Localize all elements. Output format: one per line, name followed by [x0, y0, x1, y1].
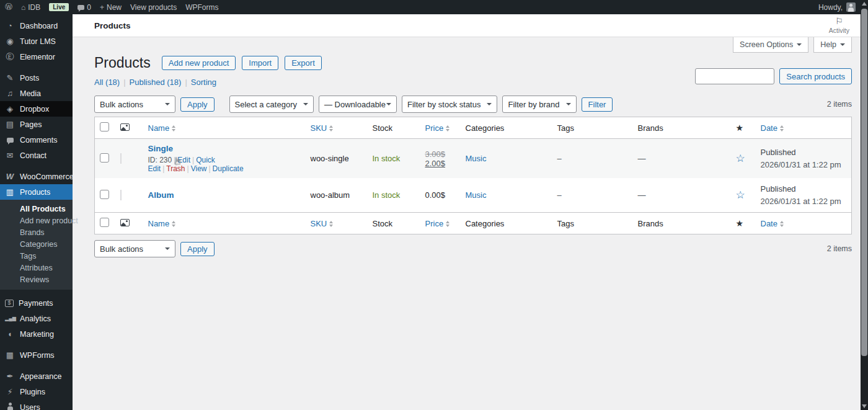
featured-star-toggle[interactable]: ☆ [736, 189, 745, 201]
trash-link[interactable]: Trash [166, 164, 185, 173]
window-scrollbar[interactable] [861, 0, 868, 410]
woocommerce-icon: W [5, 172, 15, 181]
submenu-brands[interactable]: Brands [0, 226, 73, 238]
sidebar-item-analytics[interactable]: ▂▄▆Analytics [0, 311, 73, 326]
add-new-product-button[interactable]: Add new product [162, 56, 236, 70]
sidebar-item-products[interactable]: ▥Products [0, 184, 73, 200]
sku-cell: woo-single [306, 139, 368, 179]
elementor-icon: Ⓔ [5, 51, 15, 63]
column-footer-date[interactable]: Date [756, 213, 852, 234]
sidebar-item-users[interactable]: Users [0, 399, 73, 410]
activity-button[interactable]: ⚐ Activity [829, 16, 849, 34]
bulk-actions-select-bottom[interactable]: Bulk actions [94, 240, 175, 257]
bar-chart-icon: ▂▄▆ [5, 316, 15, 321]
brand-select[interactable]: Filter by brand [502, 96, 576, 113]
sidebar-item-dashboard[interactable]: ◔Dashboard [0, 18, 73, 33]
chevron-down-icon [840, 43, 845, 48]
select-all-checkbox[interactable] [100, 122, 109, 131]
column-footer-price[interactable]: Price [420, 213, 461, 234]
product-name-link[interactable]: Album [148, 190, 174, 200]
date-cell: Published2026/01/31 at 1:22 pm [756, 178, 852, 213]
view-all-link[interactable]: All (18) [94, 78, 130, 87]
submenu-add-new-product[interactable]: Add new product [0, 215, 73, 226]
product-name-link[interactable]: Single [148, 144, 174, 153]
apply-button[interactable]: Apply [180, 97, 215, 112]
sidebar-item-contact[interactable]: ✉Contact [0, 148, 73, 163]
product-thumbnail[interactable] [120, 153, 122, 164]
sidebar-item-media[interactable]: ♫Media [0, 86, 73, 101]
submenu-all-products[interactable]: All Products [0, 203, 73, 215]
submenu-reviews[interactable]: Reviews [0, 274, 73, 285]
comments-shortcut[interactable]: 0 [78, 3, 91, 12]
view-published-link[interactable]: Published (18) [130, 78, 191, 87]
scrollbar-thumb[interactable] [861, 9, 867, 356]
sidebar-item-tutor-lms[interactable]: ◉Tutor LMS [0, 33, 73, 49]
apply-button-bottom[interactable]: Apply [180, 242, 215, 256]
home-icon: ⌂ [21, 3, 25, 12]
howdy-menu[interactable]: Howdy, [818, 3, 843, 12]
search-input[interactable] [695, 68, 774, 84]
column-footer-sku[interactable]: SKU [306, 213, 368, 234]
sidebar-item-appearance[interactable]: ✒Appearance [0, 368, 73, 384]
sidebar-item-plugins[interactable]: ⚡Plugins [0, 384, 73, 399]
sort-arrows-icon [172, 125, 175, 131]
column-footer-name[interactable]: Name [143, 213, 306, 234]
pushpin-icon: ✎ [5, 73, 15, 82]
bulk-actions-select[interactable]: Bulk actions [94, 96, 175, 113]
downloadable-select[interactable]: — Downloadable [319, 96, 397, 113]
submenu-categories[interactable]: Categories [0, 238, 73, 250]
screen-options-button[interactable]: Screen Options [733, 37, 808, 53]
wordpress-logo-icon[interactable]: Ⓦ [5, 2, 12, 12]
column-header-stock: Stock [368, 117, 420, 139]
featured-star-toggle[interactable]: ☆ [736, 153, 745, 164]
column-header-price[interactable]: Price [420, 117, 461, 139]
export-button[interactable]: Export [285, 56, 322, 70]
gauge-icon: ◔ [5, 21, 15, 30]
comment-bubble-icon [78, 5, 84, 10]
sidebar-item-elementor[interactable]: ⒺElementor [0, 49, 73, 65]
column-header-name[interactable]: Name [143, 117, 306, 139]
help-button[interactable]: Help [813, 37, 852, 53]
dropbox-icon: ◈ [5, 104, 15, 114]
products-submenu: All Products Add new product Brands Cate… [0, 200, 73, 290]
category-link[interactable]: Music [461, 178, 552, 213]
users-icon [5, 403, 15, 410]
sidebar-item-posts[interactable]: ✎Posts [0, 70, 73, 86]
filter-button[interactable]: Filter [582, 97, 613, 112]
site-name-link[interactable]: ⌂ IDB [21, 3, 40, 12]
submenu-attributes[interactable]: Attributes [0, 262, 73, 274]
column-header-date[interactable]: Date [756, 117, 852, 139]
sidebar-item-pages[interactable]: ▤Pages [0, 117, 73, 132]
search-products-button[interactable]: Search products [779, 68, 852, 84]
wpforms-admin-bar-link[interactable]: WPForms [185, 3, 218, 12]
product-thumbnail[interactable] [120, 190, 122, 200]
view-link[interactable]: View [191, 164, 207, 173]
edit-link[interactable]: Edit [177, 156, 190, 164]
tags-cell: – [552, 178, 633, 213]
user-avatar[interactable] [846, 2, 856, 12]
live-badge: Live [49, 3, 69, 11]
sidebar-item-woocommerce[interactable]: WWooCommerce [0, 169, 73, 184]
submenu-tags[interactable]: Tags [0, 250, 73, 262]
sidebar-item-wpforms[interactable]: ▦WPForms [0, 347, 73, 363]
scroll-down-arrow-icon[interactable] [862, 404, 867, 408]
category-link[interactable]: Music [461, 139, 552, 179]
row-checkbox[interactable] [100, 190, 109, 199]
duplicate-link[interactable]: Duplicate [213, 164, 244, 173]
view-products-link[interactable]: View products [130, 3, 177, 12]
megaphone-icon: ◖ [5, 329, 15, 339]
sidebar-item-comments[interactable]: Comments [0, 132, 73, 148]
scroll-up-arrow-icon[interactable] [862, 2, 867, 6]
stock-status-select[interactable]: Filter by stock status [402, 96, 497, 113]
select-all-checkbox[interactable] [100, 218, 109, 227]
row-checkbox[interactable] [100, 153, 109, 163]
column-header-sku[interactable]: SKU [306, 117, 368, 139]
import-button[interactable]: Import [242, 56, 278, 70]
new-menu[interactable]: + New [100, 3, 122, 12]
category-select[interactable]: Select a category [229, 96, 314, 113]
view-sorting-link[interactable]: Sorting [191, 78, 216, 87]
sidebar-item-payments[interactable]: $Payments [0, 295, 73, 311]
sidebar-item-dropbox[interactable]: ◈Dropbox [0, 101, 73, 117]
image-column-icon [120, 219, 130, 226]
sidebar-item-marketing[interactable]: ◖Marketing [0, 326, 73, 342]
